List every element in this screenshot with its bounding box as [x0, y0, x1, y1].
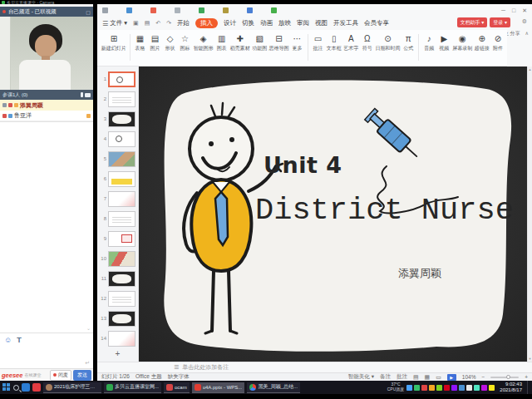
undo-icon[interactable]: ↶: [155, 20, 160, 27]
tab-review[interactable]: 审阅: [297, 19, 309, 27]
ribbon-shape[interactable]: ◇形状: [165, 34, 176, 52]
send-button[interactable]: 发送: [73, 370, 91, 381]
slide-thumbnail[interactable]: 2: [97, 89, 138, 109]
ribbon-hyperlink[interactable]: ⊕超链接: [475, 34, 489, 52]
tray-icon[interactable]: [414, 385, 420, 391]
tray-icon[interactable]: [481, 385, 487, 391]
tab-animation[interactable]: 动画: [260, 19, 273, 27]
tray-icon[interactable]: [459, 385, 465, 391]
beautify-button[interactable]: 智能美化 ▾: [348, 373, 374, 381]
emoji-icon[interactable]: ☺: [4, 336, 12, 344]
slide-thumbnail[interactable]: 11: [97, 268, 138, 288]
ribbon-audio[interactable]: ♪音频: [423, 34, 435, 52]
tray-icon[interactable]: [429, 385, 435, 391]
doc-tab-icon[interactable]: [199, 7, 204, 13]
doc-tab-icon[interactable]: [102, 7, 108, 13]
chevron-down-icon[interactable]: ⌄: [86, 325, 91, 331]
ribbon-new-slide[interactable]: ⊞新建幻灯片: [102, 34, 126, 52]
clock[interactable]: 9:02:43 2021/8/17: [500, 382, 522, 393]
slide-thumbnail[interactable]: 8: [97, 209, 138, 229]
vertical-scrollbar[interactable]: ▲ ▼: [527, 66, 532, 362]
collapse-ribbon-icon[interactable]: ∧: [525, 30, 529, 37]
add-slide-button[interactable]: +: [97, 349, 138, 358]
ribbon-formula[interactable]: π公式: [402, 34, 414, 52]
doc-tab-icon[interactable]: [150, 7, 156, 13]
tab-home[interactable]: 开始: [177, 19, 190, 27]
zoom-slider-knob[interactable]: [506, 375, 510, 379]
show-desktop-button[interactable]: [527, 381, 530, 394]
doc-tab-icon[interactable]: [126, 7, 132, 13]
slide-thumbnail[interactable]: 10: [97, 249, 138, 268]
search-icon[interactable]: [13, 385, 19, 391]
print-icon[interactable]: ▤: [145, 20, 150, 27]
zoom-slider[interactable]: [490, 377, 519, 378]
doc-tab-icon[interactable]: [271, 7, 277, 13]
mute-button[interactable]: 闭麦: [50, 370, 71, 381]
task-button[interactable]: 黑美_周颖_总结...: [247, 382, 300, 393]
ribbon-comment[interactable]: ▭批注: [312, 34, 323, 52]
ribbon-symbol[interactable]: Ω符号: [362, 34, 373, 52]
ribbon-table[interactable]: ▦表格: [135, 34, 146, 52]
ribbon-video[interactable]: ▶视频: [438, 34, 450, 52]
cpu-temp-widget[interactable]: 37°C CPU温度: [387, 382, 405, 392]
text-format-icon[interactable]: T: [17, 336, 22, 344]
tray-icon[interactable]: [436, 385, 442, 391]
ribbon-more[interactable]: ⋯更多: [292, 34, 303, 52]
ribbon-icons[interactable]: ☆图标: [180, 34, 191, 52]
doc-tab-icon[interactable]: [175, 7, 180, 13]
chat-input[interactable]: ↵: [0, 346, 93, 368]
slide-canvas[interactable]: Unit 4 District Nurse 添翼周颖: [139, 66, 527, 362]
tray-icon[interactable]: [466, 385, 472, 391]
member-row[interactable]: 添翼周颖: [0, 100, 93, 111]
slide-thumbnail[interactable]: 4: [97, 129, 138, 149]
tray-icon[interactable]: [444, 385, 450, 391]
camera-icon[interactable]: [85, 93, 91, 97]
scroll-up-icon[interactable]: ▲: [529, 67, 532, 71]
scroll-down-icon[interactable]: ▼: [529, 357, 532, 361]
tray-icon[interactable]: [406, 385, 412, 391]
ribbon-picture[interactable]: ▤图片: [150, 34, 161, 52]
notes-button[interactable]: 备注: [380, 373, 391, 381]
ribbon-docer-material[interactable]: ✚稻壳素材: [231, 34, 249, 52]
fullscreen-icon[interactable]: ▢: [86, 9, 91, 15]
slide-thumbnail[interactable]: 12: [97, 288, 138, 308]
normal-view-icon[interactable]: ▤: [413, 374, 419, 381]
task-button[interactable]: 多贝云直播课堂网...: [104, 382, 161, 393]
slide-thumbnail[interactable]: 7: [97, 189, 138, 209]
ribbon-datetime[interactable]: ⊙日期和时间: [377, 34, 400, 52]
task-button[interactable]: ocam: [164, 382, 190, 393]
chat-message-area[interactable]: ⌄: [0, 121, 93, 332]
tab-view[interactable]: 视图: [315, 19, 328, 27]
redo-icon[interactable]: ↷: [166, 20, 171, 27]
slide-thumbnail[interactable]: 5: [97, 149, 138, 169]
tray-icon[interactable]: [474, 385, 480, 391]
ribbon-attachment[interactable]: ⊘附件: [492, 34, 504, 52]
ribbon-wordart[interactable]: A艺术字: [344, 34, 358, 52]
zoom-out-button[interactable]: −: [481, 374, 485, 380]
pinned-app-icon[interactable]: [32, 383, 41, 392]
close-button[interactable]: ✕: [522, 7, 527, 14]
tray-icon[interactable]: [489, 385, 495, 391]
save-icon[interactable]: ▣: [133, 20, 139, 27]
minimize-button[interactable]: ─: [501, 7, 505, 14]
missing-fonts-indicator[interactable]: 缺失字体: [168, 373, 190, 381]
ribbon-diagram[interactable]: ▧功能图: [253, 34, 267, 52]
task-button-active[interactable]: u4A.pptx - WPS...: [192, 382, 245, 393]
tab-member[interactable]: 会员专享: [364, 19, 389, 27]
slide-thumbnail[interactable]: 1: [97, 69, 138, 89]
ribbon-smartart[interactable]: ◈智能图形: [195, 34, 213, 52]
tab-design[interactable]: 设计: [224, 19, 236, 27]
mic-icon[interactable]: [81, 92, 83, 97]
tab-slideshow[interactable]: 放映: [278, 19, 291, 27]
doc-tab-icon[interactable]: [247, 7, 253, 13]
ribbon-mindmap[interactable]: ⊟思维导图: [269, 34, 288, 52]
maximize-button[interactable]: □: [512, 7, 515, 14]
zoom-level[interactable]: 104%: [462, 374, 476, 380]
tray-icon[interactable]: [421, 385, 427, 391]
ribbon-textbox[interactable]: ▯文本框: [327, 34, 341, 52]
tab-developer[interactable]: 开发工具: [333, 19, 358, 27]
doc-tab-icon[interactable]: [223, 7, 229, 13]
member-row[interactable]: 鲁亚洋: [0, 111, 93, 121]
task-button[interactable]: 2021临床护理三基...: [43, 382, 101, 393]
ribbon-screenrec[interactable]: ◉屏幕录制: [453, 34, 471, 52]
